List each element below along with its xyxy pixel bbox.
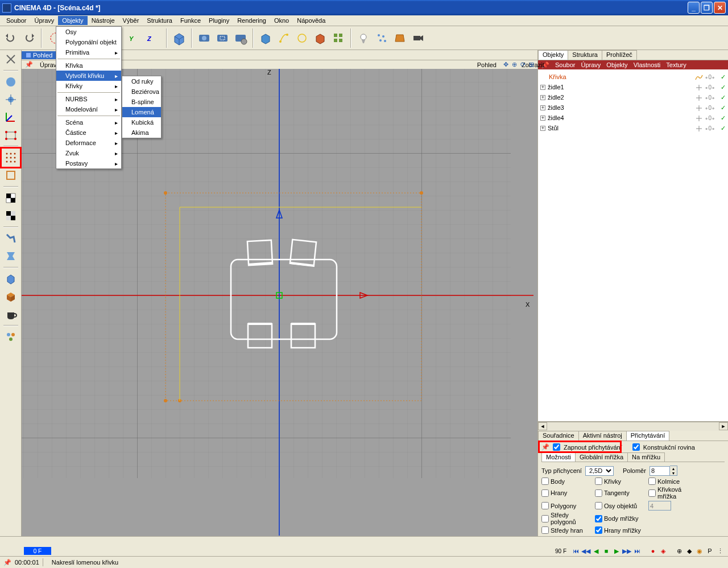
edge-mode-button[interactable] bbox=[3, 167, 19, 183]
texture-axis-button[interactable] bbox=[3, 208, 19, 224]
menu-nástroje[interactable]: Nástroje bbox=[88, 16, 119, 25]
menuitem-kubická[interactable]: Kubická bbox=[122, 117, 161, 127]
autokey-button[interactable]: ◈ bbox=[659, 546, 668, 555]
animation-button[interactable] bbox=[3, 248, 19, 264]
visibility-toggle[interactable]: ∘0∘ bbox=[705, 115, 715, 121]
snap-checkbox-středy-hran[interactable] bbox=[541, 526, 549, 534]
objekty-menu[interactable]: OsyPolygonální objektPrimitivaKřivkaVytv… bbox=[56, 26, 122, 169]
key-options-button[interactable]: ⋮ bbox=[715, 546, 725, 555]
menuitem-scéna[interactable]: Scéna bbox=[56, 117, 121, 127]
deformer-button[interactable] bbox=[391, 30, 408, 47]
menuitem-akima[interactable]: Akima bbox=[122, 127, 161, 138]
play-button[interactable]: ▶ bbox=[612, 546, 621, 555]
timeline[interactable]: 0 F 90 F ⏮ ◀◀ ◀ ■ ▶ ▶▶ ⏭ ● ◈ ⊕ ◆ ◉ P ⋮ bbox=[0, 546, 728, 557]
key-rot-button[interactable]: ◆ bbox=[685, 546, 694, 555]
tab-souřadnice[interactable]: Souřadnice bbox=[538, 431, 579, 441]
snap-sub-tabs[interactable]: MožnostiGlobální mřížkaNa mřížku bbox=[541, 452, 725, 462]
snap-checkbox-křivky[interactable] bbox=[595, 478, 602, 485]
axis-mode-button[interactable] bbox=[3, 109, 19, 125]
light-button[interactable] bbox=[355, 30, 372, 47]
menuitem-nurbs[interactable]: NURBS bbox=[56, 94, 121, 104]
stop-button[interactable]: ■ bbox=[602, 546, 611, 555]
tree-row[interactable]: +židle2∘0∘✓ bbox=[540, 92, 726, 102]
menu-výběr[interactable]: Výběr bbox=[119, 16, 143, 25]
tab-přichytávání[interactable]: Přichytávání bbox=[626, 431, 670, 441]
right-top-tabs[interactable]: ObjektyStrukturaProhlížeč bbox=[538, 50, 728, 60]
expand-icon[interactable]: + bbox=[540, 85, 545, 90]
object-tree[interactable]: Křivka∘0∘✓+židle1∘0∘✓+židle2∘0∘✓+židle3∘… bbox=[538, 69, 728, 422]
play-back-button[interactable]: ◀ bbox=[592, 546, 601, 555]
camera-button[interactable] bbox=[410, 30, 427, 47]
vytvorit-krivku-submenu[interactable]: Od rukyBeziérovaB-splineLomenáKubickáAki… bbox=[122, 76, 162, 138]
viewport-tab[interactable]: Pohled bbox=[22, 51, 57, 59]
menuitem-křivky[interactable]: Křivky bbox=[56, 81, 121, 91]
texture-button[interactable] bbox=[3, 190, 19, 206]
snap-checkbox-osy-objektů[interactable] bbox=[595, 502, 602, 509]
tab-na-mřížku[interactable]: Na mřížku bbox=[627, 452, 665, 462]
menuitem-zvuk[interactable]: Zvuk bbox=[56, 148, 121, 158]
prev-key-button[interactable]: ◀◀ bbox=[581, 546, 590, 555]
obj-menu-upravy[interactable]: Úpravy bbox=[581, 61, 601, 68]
tab-objekty[interactable]: Objekty bbox=[538, 50, 568, 60]
snap-radius-input[interactable]: ▲▼ bbox=[650, 466, 677, 476]
cube-primitive-button[interactable] bbox=[171, 30, 188, 47]
menuitem-postavy[interactable]: Postavy bbox=[56, 158, 121, 168]
snap-checkbox-tangenty[interactable] bbox=[595, 489, 602, 497]
obj-menu-objekty[interactable]: Objekty bbox=[606, 61, 627, 68]
array-button[interactable] bbox=[330, 30, 347, 47]
tree-scrollbar[interactable]: ◄ ► bbox=[538, 422, 728, 431]
enable-snap-checkbox[interactable] bbox=[553, 443, 560, 451]
menuitem-primitiva[interactable]: Primitiva bbox=[56, 47, 121, 57]
goto-start-button[interactable]: ⏮ bbox=[571, 546, 580, 555]
spin-up-icon[interactable]: ▲ bbox=[670, 466, 677, 471]
tree-row[interactable]: +židle1∘0∘✓ bbox=[540, 82, 726, 92]
snap-checkbox-kolmice[interactable] bbox=[648, 478, 656, 485]
prim-cube-button[interactable] bbox=[257, 30, 274, 47]
enable-toggle[interactable]: ✓ bbox=[721, 94, 726, 101]
make-editable-button[interactable] bbox=[3, 271, 19, 287]
construction-plane-checkbox[interactable] bbox=[632, 443, 640, 451]
window-minimize-button[interactable]: _ bbox=[688, 2, 700, 14]
menubar[interactable]: SouborÚpravyObjektyNástrojeVýběrStruktur… bbox=[0, 15, 728, 26]
grid-points-button[interactable] bbox=[3, 150, 19, 166]
menu-úpravy[interactable]: Úpravy bbox=[30, 16, 58, 25]
menuitem-deformace[interactable]: Deformace bbox=[56, 138, 121, 148]
tree-row[interactable]: +židle3∘0∘✓ bbox=[540, 102, 726, 113]
vp-move-icon[interactable]: ✥ bbox=[503, 61, 508, 68]
render-region-button[interactable] bbox=[214, 30, 231, 47]
menuitem-částice[interactable]: Částice bbox=[56, 127, 121, 138]
menuitem-beziérova[interactable]: Beziérova bbox=[122, 87, 161, 97]
ik-button[interactable] bbox=[3, 231, 19, 246]
timeline-track[interactable] bbox=[55, 548, 552, 554]
redo-button[interactable] bbox=[20, 30, 38, 47]
menu-objekty[interactable]: Objekty bbox=[58, 16, 87, 25]
visibility-toggle[interactable]: ∘0∘ bbox=[705, 94, 715, 101]
box-button[interactable] bbox=[3, 289, 19, 304]
spin-down-icon[interactable]: ▼ bbox=[670, 471, 677, 475]
tab-globální-mřížka[interactable]: Globální mřížka bbox=[575, 452, 628, 462]
tree-row[interactable]: +židle4∘0∘✓ bbox=[540, 113, 726, 123]
menu-funkce[interactable]: Funkce bbox=[176, 16, 205, 25]
visibility-toggle[interactable]: ∘0∘ bbox=[705, 74, 715, 80]
expand-icon[interactable]: + bbox=[540, 105, 545, 110]
next-key-button[interactable]: ▶▶ bbox=[622, 546, 631, 555]
goto-end-button[interactable]: ⏭ bbox=[632, 546, 642, 555]
snap-checkbox-středy-polygonů[interactable] bbox=[541, 515, 549, 522]
visibility-toggle[interactable]: ∘0∘ bbox=[705, 105, 715, 111]
tab-aktivní-nástroj[interactable]: Aktivní nástroj bbox=[578, 431, 627, 441]
menuitem-polygonální-objekt[interactable]: Polygonální objekt bbox=[56, 37, 121, 47]
menuitem-od ruky[interactable]: Od ruky bbox=[122, 76, 161, 87]
enable-toggle[interactable]: ✓ bbox=[721, 104, 726, 112]
menu-rendering[interactable]: Rendering bbox=[233, 16, 270, 25]
coffee-button[interactable] bbox=[3, 306, 19, 322]
timeline-frame-marker[interactable]: 0 F bbox=[24, 547, 51, 555]
point-mode-button[interactable] bbox=[3, 127, 19, 143]
expand-icon[interactable]: + bbox=[540, 126, 545, 131]
tab-struktura[interactable]: Struktura bbox=[568, 50, 602, 60]
vp-layout-icon[interactable]: ⊞ bbox=[529, 61, 534, 68]
particle-button[interactable] bbox=[373, 30, 390, 47]
viewport-menu-pohled[interactable]: Pohled bbox=[477, 61, 497, 68]
render-view-button[interactable] bbox=[196, 30, 213, 47]
key-pos-button[interactable]: ⊕ bbox=[675, 546, 684, 555]
snap-checkbox-hrany-mřížky[interactable] bbox=[595, 526, 602, 534]
